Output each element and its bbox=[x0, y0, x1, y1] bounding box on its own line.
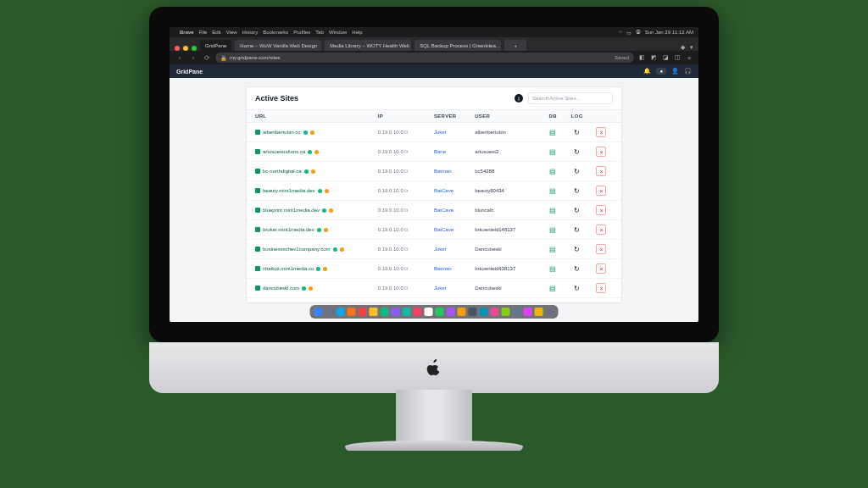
delete-button[interactable]: × bbox=[596, 205, 606, 215]
cell-db[interactable]: ▤ bbox=[542, 285, 565, 292]
mac-dock[interactable] bbox=[310, 305, 559, 319]
dock-app-icon[interactable] bbox=[359, 308, 367, 316]
vpn-icon[interactable]: ▾ bbox=[690, 44, 693, 51]
table-row[interactable]: bc-northdigital.ca 0.19.0.10.0 ⧉Batmanbc… bbox=[247, 162, 621, 181]
cell-log[interactable]: ↻ bbox=[565, 129, 590, 136]
copy-icon[interactable]: ⧉ bbox=[404, 188, 408, 193]
table-row[interactable]: albertbertubin.co 0.19.0.10.0 ⧉Jokeralbe… bbox=[247, 123, 621, 142]
dock-app-icon[interactable] bbox=[469, 308, 477, 316]
address-bar[interactable]: 🔒 my.gridpane.com/sites Saved bbox=[215, 53, 634, 63]
menu-file[interactable]: File bbox=[199, 30, 208, 35]
dock-app-icon[interactable] bbox=[425, 308, 433, 316]
brand-label[interactable]: GridPane bbox=[176, 69, 203, 75]
copy-icon[interactable]: ⧉ bbox=[404, 208, 408, 213]
cell-log[interactable]: ↻ bbox=[565, 265, 590, 273]
wifi-icon[interactable]: ⌔ bbox=[619, 30, 622, 36]
copy-icon[interactable]: ⧉ bbox=[404, 169, 408, 174]
table-row[interactable]: dtelticosilvema.ca 0.19.0.10.0 ⧉Alfreddt… bbox=[247, 298, 621, 302]
delete-button[interactable]: × bbox=[596, 263, 606, 274]
user-avatar-icon[interactable]: 👤 bbox=[671, 68, 679, 75]
ext-2-icon[interactable]: ◩ bbox=[649, 53, 658, 62]
cell-url[interactable]: broker.mint1media.dev bbox=[255, 227, 378, 232]
delete-button[interactable]: × bbox=[596, 147, 606, 157]
cell-server[interactable]: Bane bbox=[434, 149, 475, 154]
dock-app-icon[interactable] bbox=[436, 308, 444, 316]
cell-log[interactable]: ↻ bbox=[565, 246, 590, 253]
menu-profiles[interactable]: Profiles bbox=[293, 30, 310, 35]
dock-app-icon[interactable] bbox=[326, 308, 334, 316]
tab-media[interactable]: Media Library – WOTY Health Web bbox=[325, 40, 411, 51]
cell-log[interactable]: ↻ bbox=[565, 168, 590, 175]
table-row[interactable]: blueprint.mint1media.dev 0.19.0.10.0 ⧉Ba… bbox=[247, 201, 621, 220]
shield-icon[interactable]: ◆ bbox=[681, 44, 685, 51]
cell-log[interactable]: ↻ bbox=[565, 207, 590, 214]
cell-url[interactable]: chatbot.mint1media.co bbox=[255, 266, 378, 271]
forward-button[interactable]: › bbox=[188, 53, 198, 63]
dock-app-icon[interactable] bbox=[524, 308, 532, 316]
delete-button[interactable]: × bbox=[596, 186, 606, 196]
copy-icon[interactable]: ⧉ bbox=[404, 130, 408, 135]
dock-app-icon[interactable] bbox=[480, 308, 488, 316]
table-row[interactable]: businessschev1company.com 0.19.0.10.0 ⧉J… bbox=[247, 240, 621, 259]
dock-app-icon[interactable] bbox=[491, 308, 499, 316]
back-button[interactable]: ‹ bbox=[175, 53, 185, 63]
delete-button[interactable]: × bbox=[596, 244, 606, 254]
ext-1-icon[interactable]: ◧ bbox=[637, 53, 646, 62]
menubar-app[interactable]: Brave bbox=[180, 30, 194, 35]
dock-app-icon[interactable] bbox=[535, 308, 543, 316]
ext-3-icon[interactable]: ◪ bbox=[661, 53, 670, 62]
dock-app-icon[interactable] bbox=[414, 308, 422, 316]
menu-window[interactable]: Window bbox=[329, 30, 347, 35]
cell-db[interactable]: ▤ bbox=[542, 226, 565, 234]
dock-app-icon[interactable] bbox=[381, 308, 389, 316]
cell-url[interactable]: blueprint.mint1media.dev bbox=[255, 208, 378, 213]
table-row[interactable]: broker.mint1media.dev 0.19.0.10.0 ⧉BatCa… bbox=[247, 220, 621, 240]
cell-server[interactable]: Joker bbox=[434, 130, 475, 135]
table-row[interactable]: dancubeskl.com 0.19.0.10.0 ⧉JokerDancube… bbox=[247, 279, 621, 298]
dock-app-icon[interactable] bbox=[502, 308, 510, 316]
dock-app-icon[interactable] bbox=[447, 308, 455, 316]
battery-icon[interactable]: ▭ bbox=[626, 30, 632, 36]
cell-db[interactable]: ▤ bbox=[542, 246, 565, 253]
table-row[interactable]: beauty.mint1media.dev 0.19.0.10.0 ⧉BatCa… bbox=[247, 181, 621, 201]
table-row[interactable]: artusoestudions.ca 0.19.0.10.0 ⧉Baneartu… bbox=[247, 142, 621, 162]
copy-icon[interactable]: ⧉ bbox=[404, 247, 408, 252]
menubar-clock[interactable]: Sun Jan 29 11:12 AM bbox=[645, 30, 693, 36]
dock-app-icon[interactable] bbox=[314, 308, 323, 316]
tab-home[interactable]: Home – WoW Vanilla Web Design bbox=[235, 40, 321, 51]
cell-url[interactable]: bc-northdigital.ca bbox=[255, 169, 378, 174]
delete-button[interactable]: × bbox=[596, 283, 606, 293]
menu-view[interactable]: View bbox=[226, 30, 237, 35]
copy-icon[interactable]: ⧉ bbox=[404, 149, 408, 154]
cell-log[interactable]: ↻ bbox=[565, 226, 590, 234]
dock-app-icon[interactable] bbox=[337, 308, 345, 316]
ext-4-icon[interactable]: ◫ bbox=[673, 53, 682, 62]
topbar-badge[interactable]: ● bbox=[656, 68, 666, 75]
th-db[interactable]: DB bbox=[542, 114, 565, 119]
cell-server[interactable]: BatCave bbox=[434, 188, 475, 193]
copy-icon[interactable]: ⧉ bbox=[404, 227, 408, 232]
cell-db[interactable]: ▤ bbox=[542, 148, 565, 156]
tab-sql[interactable]: SQL Backup Process | GreenHea… bbox=[415, 40, 501, 51]
cell-url[interactable]: albertbertubin.co bbox=[255, 130, 378, 135]
dock-app-icon[interactable] bbox=[348, 308, 356, 316]
cell-server[interactable]: BatCave bbox=[434, 227, 475, 232]
info-icon[interactable]: i bbox=[515, 94, 523, 103]
cell-server[interactable]: Joker bbox=[434, 286, 475, 291]
copy-icon[interactable]: ⧉ bbox=[404, 266, 408, 271]
th-log[interactable]: LOG bbox=[565, 114, 590, 119]
th-server[interactable]: SERVER bbox=[434, 114, 475, 119]
ext-menu-icon[interactable]: ≡ bbox=[685, 53, 693, 62]
th-user[interactable]: USER bbox=[475, 114, 541, 119]
menu-help[interactable]: Help bbox=[352, 30, 362, 35]
cell-url[interactable]: businessschev1company.com bbox=[255, 247, 378, 252]
th-ip[interactable]: IP bbox=[378, 114, 434, 119]
dock-app-icon[interactable] bbox=[403, 308, 411, 316]
copy-icon[interactable]: ⧉ bbox=[404, 286, 408, 291]
cell-server[interactable]: Batman bbox=[434, 266, 475, 271]
cell-url[interactable]: beauty.mint1media.dev bbox=[255, 188, 378, 193]
search-input[interactable]: Search Active Sites… bbox=[528, 92, 613, 104]
menu-edit[interactable]: Edit bbox=[212, 30, 220, 35]
dock-app-icon[interactable] bbox=[370, 308, 378, 316]
control-center-icon[interactable]: ⦿ bbox=[636, 30, 641, 36]
